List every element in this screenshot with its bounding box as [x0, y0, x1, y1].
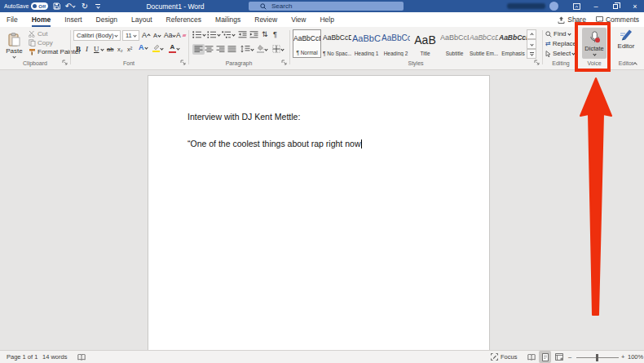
paste-label: Paste — [6, 47, 22, 55]
font-family-combo[interactable]: Calibri (Body) — [73, 30, 121, 41]
style-emphasis[interactable]: AaBbCcDd Emphasis — [499, 29, 527, 58]
style-sample: AaBbCcD — [440, 33, 469, 42]
style-normal[interactable]: AaBbCcDd ¶ Normal — [293, 29, 321, 58]
style-heading-1[interactable]: AaBbCc Heading 1 — [352, 29, 381, 58]
tab-mailings[interactable]: Mailings — [215, 12, 240, 27]
style-heading-2[interactable]: AaBbCcC Heading 2 — [382, 29, 410, 58]
select-button[interactable]: Select — [545, 50, 575, 57]
multilevel-list-button[interactable] — [222, 31, 235, 38]
cut-button[interactable]: Cut — [29, 30, 47, 38]
style-subtitle[interactable]: AaBbCcD Subtitle — [440, 29, 469, 58]
show-marks-button[interactable]: ¶ — [273, 30, 277, 38]
tab-insert[interactable]: Insert — [64, 12, 82, 27]
style-sample: AaBbCcDd — [293, 34, 320, 42]
sort-button[interactable]: ⇅ — [262, 30, 268, 38]
strikethrough-button[interactable]: ab — [107, 46, 113, 53]
autosave-toggle[interactable]: AutoSave Off — [4, 0, 48, 12]
ribbon-display-options-button[interactable] — [570, 0, 583, 12]
format-painter-button[interactable]: Format Painter — [29, 48, 81, 55]
styles-scroll-up-button[interactable] — [527, 29, 536, 39]
zoom-level[interactable]: 100% — [628, 351, 643, 363]
search-box[interactable]: Search — [249, 2, 404, 11]
justify-button[interactable] — [227, 46, 236, 53]
focus-label: Focus — [501, 353, 517, 361]
text-effects-button[interactable]: A — [139, 44, 148, 51]
zoom-in-button[interactable]: + — [621, 351, 624, 363]
styles-scroll-down-button[interactable] — [527, 39, 536, 49]
style-no-spacing[interactable]: AaBbCcDd ¶ No Spac... — [323, 29, 351, 58]
change-case-button[interactable]: Aa — [164, 31, 175, 39]
font-dialog-launcher[interactable] — [180, 60, 186, 65]
numbering-button[interactable] — [207, 31, 220, 38]
font-size-combo[interactable]: 11 — [122, 30, 139, 41]
tab-help[interactable]: Help — [320, 12, 333, 27]
bold-button[interactable]: B — [76, 45, 81, 53]
zoom-slider-thumb[interactable] — [596, 354, 598, 361]
read-mode-button[interactable] — [525, 351, 537, 363]
highlight-button[interactable] — [152, 44, 163, 52]
bullets-button[interactable] — [192, 31, 205, 38]
superscript-button[interactable]: x² — [127, 46, 132, 53]
print-layout-button[interactable] — [539, 351, 551, 363]
page-indicator[interactable]: Page 1 of 1 — [7, 351, 37, 363]
minimize-button[interactable]: – — [590, 0, 602, 12]
shading-button[interactable] — [257, 45, 267, 53]
read-mode-icon — [527, 354, 536, 361]
line-spacing-button[interactable] — [240, 45, 254, 53]
increase-indent-button[interactable] — [249, 31, 258, 38]
styles-dialog-launcher[interactable] — [534, 60, 540, 65]
tab-view[interactable]: View — [291, 12, 306, 27]
replace-button[interactable]: ⇄ Replace — [545, 40, 576, 47]
italic-button[interactable]: I — [86, 45, 88, 53]
tab-file[interactable]: File — [7, 12, 18, 27]
subscript-button[interactable]: x₂ — [117, 46, 123, 53]
clipboard-dialog-launcher[interactable] — [62, 60, 68, 65]
copy-button[interactable]: Copy — [29, 39, 53, 46]
clear-formatting-button[interactable]: A — [176, 31, 186, 39]
style-sample: AaBbCc — [352, 33, 381, 43]
tab-home[interactable]: Home — [32, 12, 51, 27]
paste-button[interactable]: Paste — [3, 29, 25, 61]
tab-layout[interactable]: Layout — [131, 12, 152, 27]
align-center-button[interactable] — [205, 46, 214, 53]
borders-button[interactable] — [272, 45, 284, 53]
clipboard-group-label: Clipboard — [0, 60, 70, 66]
style-title[interactable]: AaB Title — [411, 29, 439, 58]
decrease-indent-button[interactable] — [238, 31, 247, 38]
style-name: Subtle Em... — [470, 51, 498, 56]
close-button[interactable]: × — [629, 0, 641, 12]
proofing-status[interactable] — [77, 351, 86, 363]
redo-button[interactable]: ↻ — [80, 0, 90, 12]
font-color-button[interactable]: A — [169, 44, 179, 53]
underline-button[interactable]: U — [94, 45, 104, 53]
minimize-icon: – — [593, 2, 598, 11]
word-count[interactable]: 14 words — [42, 351, 67, 363]
group-divider — [188, 30, 189, 64]
styles-gallery-more-button[interactable] — [527, 49, 536, 59]
style-subtle-emphasis[interactable]: AaBbCcDd Subtle Em... — [470, 29, 498, 58]
shrink-font-button[interactable]: A — [153, 32, 161, 39]
save-button[interactable] — [51, 0, 62, 12]
grow-font-button[interactable]: A — [142, 31, 150, 39]
restore-button[interactable] — [610, 0, 621, 12]
zoom-out-button[interactable]: – — [568, 351, 571, 363]
focus-mode-button[interactable]: Focus — [491, 351, 517, 363]
tab-design[interactable]: Design — [96, 12, 117, 27]
paragraph-dialog-launcher[interactable] — [281, 60, 287, 65]
editor-button[interactable]: Editor — [613, 29, 639, 50]
tab-references[interactable]: References — [166, 12, 201, 27]
web-layout-button[interactable] — [553, 351, 565, 363]
document-canvas[interactable]: Interview with DJ Kent Mettle: “One of t… — [0, 70, 644, 350]
align-right-button[interactable] — [216, 46, 225, 53]
quick-access-more-button[interactable] — [93, 0, 103, 12]
tab-review[interactable]: Review — [254, 12, 277, 27]
document-page[interactable]: Interview with DJ Kent Mettle: “One of t… — [148, 75, 490, 350]
align-left-button[interactable] — [192, 44, 205, 55]
save-icon — [53, 2, 60, 10]
shading-color-chip — [257, 51, 264, 54]
replace-icon: ⇄ — [545, 40, 551, 47]
undo-button[interactable]: ↶ — [64, 0, 77, 12]
account-avatar[interactable] — [549, 2, 558, 11]
find-button[interactable]: Find — [545, 30, 571, 38]
line-spacing-chevron-icon — [250, 47, 254, 51]
